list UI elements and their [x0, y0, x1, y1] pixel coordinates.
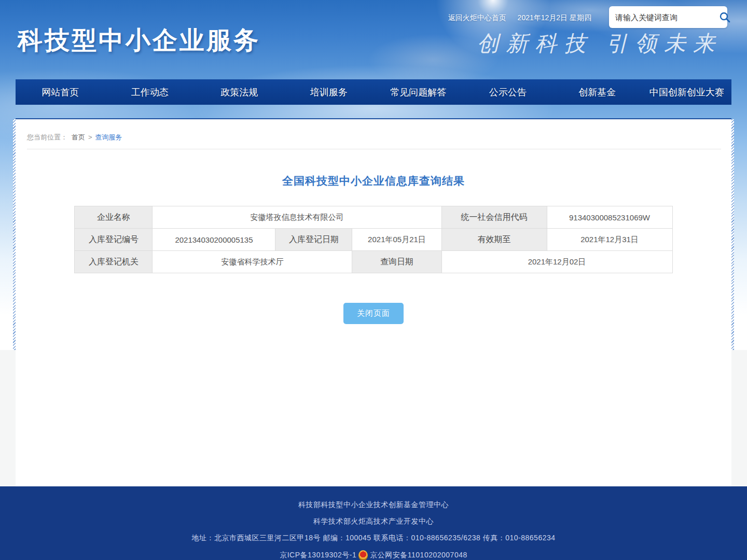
topbar: 返回火炬中心首页 2021年12月2日 星期四 [448, 13, 591, 23]
page-title: 全国科技型中小企业信息库查询结果 [16, 174, 731, 188]
breadcrumb-separator: > [88, 133, 92, 141]
close-page-button[interactable]: 关闭页面 [343, 303, 404, 324]
current-date: 2021年12月2日 星期四 [518, 13, 591, 22]
nav-item-work-news[interactable]: 工作动态 [105, 79, 195, 105]
nav-item-policies[interactable]: 政策法规 [195, 79, 284, 105]
value-credit-code: 91340300085231069W [547, 206, 672, 229]
label-company-name: 企业名称 [75, 206, 153, 229]
police-record-link[interactable]: 京公网安备11010202007048 [370, 551, 467, 560]
breadcrumb: 您当前位置：首页>查询服务 [16, 119, 731, 142]
search-button[interactable] [718, 10, 731, 24]
query-result-table: 企业名称 安徽塔孜信息技术有限公司 统一社会信用代码 9134030008523… [74, 206, 672, 273]
main-nav: 网站首页 工作动态 政策法规 培训服务 常见问题解答 公示公告 创新基金 中国创… [16, 79, 731, 105]
police-badge-icon [358, 550, 368, 560]
search-icon [718, 11, 731, 23]
nav-item-faq[interactable]: 常见问题解答 [374, 79, 463, 105]
lower-content-strip [16, 350, 731, 486]
value-valid-until: 2021年12月31日 [547, 229, 672, 251]
breadcrumb-prefix: 您当前位置： [27, 133, 67, 141]
value-registration-number: 202134030200005135 [153, 229, 275, 251]
label-registration-number: 入库登记编号 [75, 229, 153, 251]
label-valid-until: 有效期至 [441, 229, 547, 251]
footer-org-line2: 科学技术部火炬高技术产业开发中心 [0, 517, 747, 526]
search-input[interactable] [615, 13, 718, 22]
table-row: 入库登记编号 202134030200005135 入库登记日期 2021年05… [75, 229, 672, 251]
search-box[interactable] [609, 6, 727, 28]
nav-item-home[interactable]: 网站首页 [16, 79, 105, 105]
table-row: 企业名称 安徽塔孜信息技术有限公司 统一社会信用代码 9134030008523… [75, 206, 672, 229]
footer-org-line1: 科技部科技型中小企业技术创新基金管理中心 [0, 500, 747, 510]
value-registration-date: 2021年05月21日 [352, 229, 441, 251]
nav-item-innovation-fund[interactable]: 创新基金 [552, 79, 642, 105]
icp-link[interactable]: 京ICP备13019302号-1 [280, 551, 356, 560]
site-logo: 科技型中小企业服务 [18, 24, 260, 57]
torch-home-link[interactable]: 返回火炬中心首页 [448, 13, 506, 22]
nav-item-training[interactable]: 培训服务 [284, 79, 374, 105]
table-row: 入库登记机关 安徽省科学技术厅 查询日期 2021年12月02日 [75, 251, 672, 273]
nav-item-announcements[interactable]: 公示公告 [463, 79, 553, 105]
label-query-date: 查询日期 [352, 251, 441, 273]
content-panel: 您当前位置：首页>查询服务 全国科技型中小企业信息库查询结果 企业名称 安徽塔孜… [16, 118, 731, 350]
value-company-name: 安徽塔孜信息技术有限公司 [153, 206, 441, 229]
breadcrumb-current-link[interactable]: 查询服务 [95, 133, 122, 141]
footer-registration-line: 京ICP备13019302号-1 京公网安备11010202007048 [0, 550, 747, 560]
breadcrumb-home-link[interactable]: 首页 [72, 133, 85, 141]
value-registration-authority: 安徽省科学技术厅 [153, 251, 352, 273]
site-footer: 科技部科技型中小企业技术创新基金管理中心 科学技术部火炬高技术产业开发中心 地址… [0, 486, 747, 560]
label-registration-date: 入库登记日期 [275, 229, 352, 251]
sky-header: 返回火炬中心首页 2021年12月2日 星期四 科技型中小企业服务 创新科技 引… [0, 0, 747, 350]
slogan-text: 创新科技 引领未来 [477, 29, 723, 58]
breadcrumb-divider [27, 149, 721, 149]
label-registration-authority: 入库登记机关 [75, 251, 153, 273]
value-query-date: 2021年12月02日 [441, 251, 672, 273]
label-credit-code: 统一社会信用代码 [441, 206, 547, 229]
footer-contact-line: 地址：北京市西城区三里河二区甲18号 邮编：100045 联系电话：010-88… [0, 534, 747, 543]
nav-item-competition[interactable]: 中国创新创业大赛 [642, 79, 732, 105]
